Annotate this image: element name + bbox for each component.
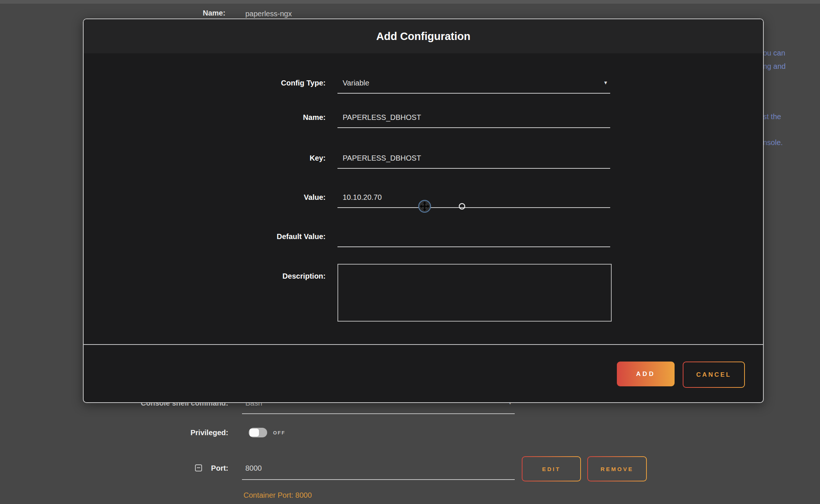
page-top-strip — [0, 0, 820, 4]
edit-button[interactable]: EDIT — [522, 456, 581, 481]
key-value: PAPERLESS_DBHOST — [343, 154, 421, 162]
cancel-button[interactable]: CANCEL — [683, 362, 745, 388]
help-text-fragment: nsole. — [763, 138, 783, 147]
privileged-label: Privileged: — [93, 429, 228, 437]
chevron-down-icon: ▼ — [603, 80, 608, 85]
docker-template-page: Name: paperless-ngx ou can ng and st the… — [0, 0, 820, 504]
add-configuration-modal: Add Configuration Config Type: Variable … — [83, 19, 764, 403]
container-name-label: Name: — [203, 9, 225, 17]
port-input[interactable]: 8000 — [245, 464, 262, 473]
help-text-fragment: st the — [763, 112, 781, 121]
key-input[interactable]: PAPERLESS_DBHOST — [337, 151, 610, 169]
name-input[interactable]: PAPERLESS_DBHOST — [337, 110, 610, 128]
value-input[interactable]: 10.10.20.70 — [337, 190, 610, 208]
privileged-state: OFF — [273, 430, 286, 436]
add-button[interactable]: ADD — [617, 362, 675, 386]
value-label: Value: — [178, 193, 326, 202]
key-label: Key: — [178, 154, 326, 162]
modal-footer-divider — [84, 344, 763, 345]
toggle-knob-icon — [249, 429, 259, 437]
help-text-fragment: ou can — [763, 49, 785, 57]
default-value-label: Default Value: — [178, 232, 326, 241]
modal-header: Add Configuration — [84, 19, 763, 53]
name-label: Name: — [178, 113, 326, 122]
config-type-select[interactable]: Variable ▼ — [337, 75, 610, 94]
default-value-input[interactable] — [337, 229, 610, 247]
name-value: PAPERLESS_DBHOST — [343, 113, 421, 122]
config-type-label: Config Type: — [178, 79, 326, 87]
config-type-value: Variable — [343, 79, 369, 87]
port-field-underline — [242, 479, 515, 480]
console-field-underline — [242, 413, 515, 414]
modal-title: Add Configuration — [376, 30, 471, 43]
value-value: 10.10.20.70 — [343, 193, 382, 202]
container-name-value: paperless-ngx — [245, 10, 292, 18]
port-label: Port: — [185, 464, 228, 473]
help-text-fragment: ng and — [763, 62, 786, 71]
description-label: Description: — [178, 272, 326, 280]
description-textarea[interactable] — [337, 264, 612, 322]
remove-button[interactable]: REMOVE — [587, 456, 647, 481]
privileged-toggle[interactable] — [249, 428, 267, 437]
container-port-note: Container Port: 8000 — [243, 491, 312, 500]
